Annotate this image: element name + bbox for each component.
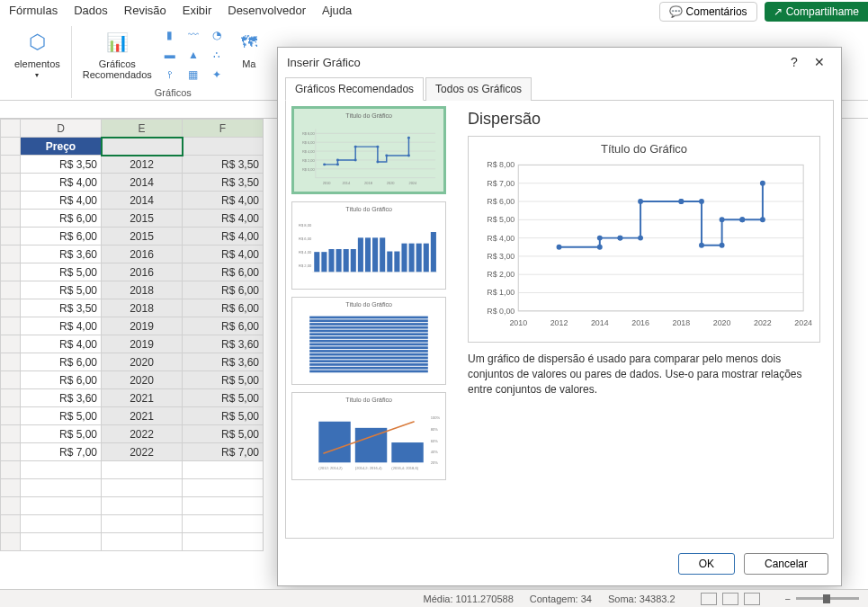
corner-cell[interactable]	[1, 120, 21, 138]
cell-e[interactable]: 2015	[102, 210, 183, 228]
cell-d-header[interactable]: Preço	[21, 138, 102, 156]
chart-type-line[interactable]: 〰	[183, 26, 204, 44]
zoom-out-icon[interactable]: −	[785, 594, 791, 604]
thumb-bar[interactable]: Título do Gráfico	[291, 297, 446, 385]
row-header[interactable]	[1, 228, 21, 245]
cell-d[interactable]: R$ 4,00	[21, 192, 102, 210]
cell-f[interactable]: R$ 3,50	[183, 174, 264, 192]
cell-f[interactable]: R$ 4,00	[183, 210, 264, 228]
cell-d[interactable]: R$ 5,00	[21, 281, 102, 299]
thumb-column[interactable]: Título do Gráfico R$ 8,00R$ 6,00R$ 4,00R…	[291, 201, 446, 290]
cell-e[interactable]: 2021	[102, 389, 183, 407]
row-header[interactable]	[1, 281, 21, 299]
row-header[interactable]	[1, 443, 21, 461]
zoom-thumb[interactable]	[823, 594, 830, 603]
cell-f-header[interactable]	[183, 138, 264, 156]
chart-type-stock[interactable]: ⫯	[159, 66, 181, 84]
graficos-recomendados-button[interactable]: 📊 Gráficos Recomendados	[79, 26, 156, 82]
row-header[interactable]	[1, 335, 21, 353]
zoom-track[interactable]	[796, 597, 859, 600]
cell-e[interactable]: 2019	[102, 335, 183, 353]
cell-d[interactable]: R$ 3,60	[21, 245, 102, 263]
cell-d[interactable]: R$ 6,00	[21, 228, 102, 245]
normal-view-icon[interactable]	[701, 593, 717, 605]
chart-type-pie[interactable]: ◔	[206, 26, 228, 44]
menu-ajuda[interactable]: Ajuda	[322, 4, 352, 17]
cell-e[interactable]: 2022	[102, 443, 183, 461]
row-header[interactable]	[1, 210, 21, 228]
cell-f[interactable]: R$ 5,00	[183, 371, 264, 389]
cell-f[interactable]: R$ 5,00	[183, 425, 264, 443]
page-break-icon[interactable]	[744, 593, 760, 605]
cell-e[interactable]: 2019	[102, 317, 183, 335]
col-header-e[interactable]: E	[102, 120, 183, 138]
chart-type-radar[interactable]: ✦	[206, 66, 228, 84]
row-header[interactable]	[1, 245, 21, 263]
cell-f[interactable]: R$ 3,50	[183, 156, 264, 174]
cell-f[interactable]: R$ 4,00	[183, 192, 264, 210]
row-header[interactable]	[1, 263, 21, 281]
row-header[interactable]	[1, 138, 21, 156]
row-header[interactable]	[1, 407, 21, 425]
menu-desenvolvedor[interactable]: Desenvolvedor	[228, 4, 306, 17]
cell-d[interactable]: R$ 3,60	[21, 389, 102, 407]
thumb-scatter[interactable]: Título do Gráfico R$ 8,00R$ 6,00R$ 4,00R…	[291, 106, 446, 194]
col-header-f[interactable]: F	[183, 120, 264, 138]
cell-d[interactable]: R$ 3,50	[21, 299, 102, 317]
cell-e[interactable]: 2014	[102, 174, 183, 192]
cell-d[interactable]: R$ 3,50	[21, 156, 102, 174]
cell-d[interactable]: R$ 4,00	[21, 317, 102, 335]
menu-formulas[interactable]: Fórmulas	[9, 4, 58, 17]
cell-f[interactable]: R$ 5,00	[183, 389, 264, 407]
cell-f[interactable]: R$ 4,00	[183, 245, 264, 263]
cell-d[interactable]: R$ 7,00	[21, 443, 102, 461]
row-header[interactable]	[1, 156, 21, 174]
menu-dados[interactable]: Dados	[74, 4, 108, 17]
zoom-slider[interactable]: −	[785, 594, 859, 604]
cell-e[interactable]: 2018	[102, 299, 183, 317]
elementos-button[interactable]: ⬡ elementos ▾	[11, 26, 64, 81]
cell-f[interactable]: R$ 3,60	[183, 335, 264, 353]
row-header[interactable]	[1, 371, 21, 389]
cell-e[interactable]: 2021	[102, 407, 183, 425]
cell-e[interactable]: 2022	[102, 425, 183, 443]
cell-d[interactable]: R$ 4,00	[21, 174, 102, 192]
row-header[interactable]	[1, 174, 21, 192]
cell-f[interactable]: R$ 5,00	[183, 407, 264, 425]
thumbnail-list[interactable]: Título do Gráfico R$ 8,00R$ 6,00R$ 4,00R…	[286, 101, 455, 538]
cell-d[interactable]: R$ 6,00	[21, 210, 102, 228]
thumb-combo[interactable]: Título do Gráfico (2012; 2014,2)(2014,2;…	[291, 392, 446, 480]
cell-e[interactable]: 2020	[102, 371, 183, 389]
cell-e-header[interactable]	[102, 138, 183, 156]
cell-e[interactable]: 2018	[102, 281, 183, 299]
page-layout-icon[interactable]	[722, 593, 738, 605]
menu-revisao[interactable]: Revisão	[124, 4, 166, 17]
cell-f[interactable]: R$ 3,60	[183, 353, 264, 371]
cell-d[interactable]: R$ 5,00	[21, 263, 102, 281]
tab-recomendados[interactable]: Gráficos Recomendados	[285, 77, 424, 101]
row-header[interactable]	[1, 317, 21, 335]
comentarios-button[interactable]: 💬 Comentários	[659, 2, 757, 22]
chart-type-surface[interactable]: ▦	[183, 66, 204, 84]
maps-button[interactable]: 🗺 Ma	[231, 26, 267, 71]
cell-f[interactable]: R$ 7,00	[183, 443, 264, 461]
row-header[interactable]	[1, 389, 21, 407]
cell-f[interactable]: R$ 6,00	[183, 281, 264, 299]
cancel-button[interactable]: Cancelar	[744, 553, 828, 575]
chart-type-area[interactable]: ▲	[183, 46, 204, 64]
chart-preview[interactable]: Título do Gráfico R$ 0,00R$ 1,00R$ 2,00R…	[468, 136, 820, 343]
cell-e[interactable]: 2016	[102, 263, 183, 281]
cell-e[interactable]: 2015	[102, 228, 183, 245]
cell-e[interactable]: 2020	[102, 353, 183, 371]
row-header[interactable]	[1, 299, 21, 317]
cell-f[interactable]: R$ 6,00	[183, 299, 264, 317]
cell-d[interactable]: R$ 5,00	[21, 407, 102, 425]
cell-d[interactable]: R$ 4,00	[21, 335, 102, 353]
tab-todos[interactable]: Todos os Gráficos	[425, 77, 532, 101]
cell-d[interactable]: R$ 6,00	[21, 353, 102, 371]
cell-d[interactable]: R$ 6,00	[21, 371, 102, 389]
row-header[interactable]	[1, 425, 21, 443]
cell-e[interactable]: 2016	[102, 245, 183, 263]
menu-exibir[interactable]: Exibir	[183, 4, 212, 17]
help-button[interactable]: ?	[782, 55, 807, 69]
